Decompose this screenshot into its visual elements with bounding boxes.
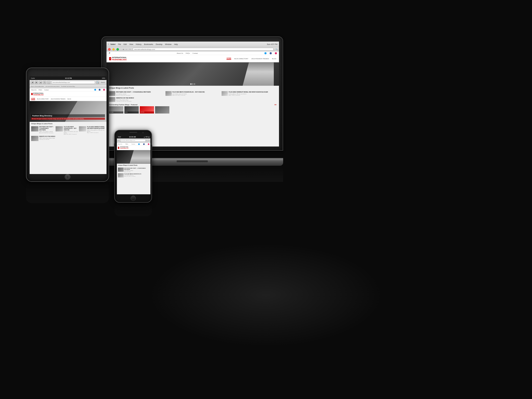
ipad-social-2[interactable] <box>99 89 101 91</box>
iphone-url-text: internationalfashionblogs.com/ <box>121 140 135 141</box>
iphone-carrier: AT&T <box>118 136 121 138</box>
safari-menu-view[interactable]: View <box>129 43 133 45</box>
iphone-time: 10:36 AM <box>129 136 136 138</box>
safari-menu-window[interactable]: Window <box>165 43 171 45</box>
ipad-share-btn[interactable]: ↑ <box>47 81 50 84</box>
ipad-nav-faqs[interactable]: FAQ's <box>39 89 42 91</box>
ipad-social-1[interactable] <box>94 89 96 91</box>
ipad-carrier: Carrier <box>31 77 35 79</box>
iphone-home-button[interactable] <box>131 196 136 201</box>
ipad-post-thumb-2 <box>56 126 63 131</box>
ipad-forward-btn[interactable]: ▶ <box>35 81 38 84</box>
forward-icon[interactable]: ▶ <box>126 48 127 50</box>
iphone-forward-btn[interactable]: ▶ <box>119 140 120 141</box>
safari-menu-file[interactable]: File <box>118 43 121 45</box>
iphone-url-bar[interactable]: internationalfashionblogs.com/ <box>120 139 146 142</box>
ipad-nav-about[interactable]: About Us <box>31 89 37 91</box>
featured-thumb-1: girly glam <box>109 106 123 114</box>
iphone-vol-up[interactable] <box>114 143 115 147</box>
ipad-reflection <box>26 182 109 203</box>
safari-urlbar: ◀ ▶ ↻ internationalfashionblogs.com/ 🔍 <box>107 47 279 51</box>
nav-blog[interactable]: BLOG <box>272 58 276 59</box>
iphone-post-1: BROTHERS AND CRAFT – 4 FASHIONABLE BROTH… <box>118 168 149 172</box>
nav-about[interactable]: About Us <box>177 52 183 54</box>
post-text-2: PLUS SIZE MEN'S FASHION BLOG – BOY DOES … <box>172 91 205 96</box>
slider-dot-3[interactable] <box>194 83 195 85</box>
social-icon-2[interactable] <box>270 52 272 54</box>
ipad-post-3: PLUS-SIZED SWIMSUIT MODEL AND MOM FASHIO… <box>79 126 105 135</box>
featured-title: Outstanding Fashion Blogs - Featured All <box>109 104 276 105</box>
ipad-logo-box: I <box>31 93 33 95</box>
safari-menu-help[interactable]: Help <box>174 43 178 45</box>
ipad-home-button[interactable] <box>65 174 70 180</box>
iphone-nav-faqs[interactable]: FAQ's <box>125 143 128 145</box>
post-thumb-4 <box>109 97 115 102</box>
safari-menu-history[interactable]: History <box>136 43 142 45</box>
iphone-reload-btn[interactable]: ↻ <box>146 140 147 141</box>
safari-menu-develop[interactable]: Develop <box>156 43 163 45</box>
slider-dot-2[interactable] <box>192 83 194 85</box>
featured-thumbs: girly glam akh.its LIPSTICK <box>109 106 276 114</box>
iphone-camera <box>142 132 144 133</box>
ipad-nav2-trends[interactable]: 2013 FASHION TRENDS <box>51 98 65 100</box>
close-button[interactable] <box>108 48 111 51</box>
post-thumb-3 <box>222 91 228 96</box>
ipad-nav-contact[interactable]: Contact <box>44 89 49 91</box>
ipad-reload-btn[interactable]: ↻ <box>43 81 46 84</box>
iphone-body: AT&T 10:36 AM ▲ 86% ▮ ◀ ▶ internationalf… <box>114 130 152 203</box>
ipad-post-content-2: PLUS SIZE MEN'S FASHION BLOG – BOY DOES … <box>64 126 78 135</box>
safari-menu-bookmarks[interactable]: Bookmarks <box>144 43 153 45</box>
site-main-nav: HOME BLOG DIRECTORY 2013 FASHION TRENDS … <box>227 57 276 60</box>
ipad-bookmark-2[interactable]: pine street block party orlando <box>45 86 59 87</box>
iphone-nav-about[interactable]: About Us <box>118 143 122 145</box>
ipad-nav2-blog-dir[interactable]: BLOG DIRECTORY <box>37 98 49 100</box>
ipad-nav2-home[interactable]: HOME <box>31 98 35 100</box>
ipad-bookmark-1[interactable]: eBay for iPad by Allyouslides <box>31 86 44 87</box>
safari-menu-edit[interactable]: Edit <box>124 43 127 45</box>
url-input[interactable]: internationalfashionblogs.com/ <box>133 48 274 51</box>
hero-model <box>243 62 274 86</box>
nav-faqs[interactable]: FAQ's <box>186 52 190 54</box>
social-icon-3[interactable] <box>275 52 277 54</box>
search-icon[interactable]: 🔍 <box>276 48 277 50</box>
nav-trends[interactable]: 2013 FASHION TRENDS <box>251 58 269 59</box>
ipad-social-3[interactable] <box>103 89 105 91</box>
ipad-bookmark-3[interactable]: The Worlds Top Fashion Blog... <box>61 86 76 87</box>
minimize-button[interactable] <box>112 48 115 51</box>
logo-red-square: I <box>109 57 111 60</box>
slider-dot-1[interactable] <box>190 83 192 85</box>
nav-contact[interactable]: Contact <box>192 52 198 54</box>
maximize-button[interactable] <box>116 48 119 51</box>
iphone-vol-down[interactable] <box>114 148 115 151</box>
ipad-search-btn[interactable]: 🔍 <box>96 81 99 84</box>
iphone-battery-text: 86% <box>145 136 148 138</box>
ipad-battery: 100% <box>102 77 105 79</box>
post-thumb-1 <box>109 91 115 96</box>
iphone-share-btn[interactable]: ↑ <box>148 140 148 141</box>
hero-banner <box>107 62 279 86</box>
post-thumb-2 <box>165 91 172 96</box>
iphone-social-2[interactable] <box>143 143 145 145</box>
nav-home[interactable]: HOME <box>227 57 231 60</box>
iphone-social-3[interactable] <box>148 143 149 145</box>
iphone-tabs-btn[interactable]: ☰ <box>149 140 150 141</box>
ipad-post-2: PLUS SIZE MEN'S FASHION BLOG – BOY DOES … <box>56 126 78 135</box>
ipad-back-btn[interactable]: ◀ <box>31 81 34 84</box>
social-icon-1[interactable] <box>264 52 267 54</box>
iphone-back-btn[interactable]: ◀ <box>118 140 118 141</box>
iphone-social-1[interactable] <box>138 143 140 145</box>
ipad-cloud-btn[interactable]: ☁ <box>39 81 42 84</box>
ipad-time: 12:12 PM <box>65 77 72 79</box>
ipad-hero: Fashion Blog Directory Browse through hu… <box>30 101 107 122</box>
ipad-site-header: I INTERNATIONAL FASHIONBLOGS <box>30 91 107 97</box>
safari-menu-safari[interactable]: Safari <box>110 43 115 45</box>
ipad-status-bar: Carrier 12:12 PM 100% <box>30 76 107 80</box>
ipad-nav2-blog[interactable]: BLOG <box>68 98 71 100</box>
back-icon[interactable]: ◀ <box>123 48 124 50</box>
ipad-url-bar[interactable]: internationalfashionblogs.com/ <box>51 81 95 84</box>
ipad-post-4: WEBSITE IS IN THE WORKS! TAGS: fashion b… <box>31 136 105 141</box>
nav-blog-directory[interactable]: BLOG DIRECTORY <box>234 58 248 59</box>
iphone-nav-contact[interactable]: Contact <box>131 143 135 145</box>
reload-icon[interactable]: ↻ <box>129 48 131 50</box>
iphone-power-btn[interactable] <box>151 145 152 149</box>
